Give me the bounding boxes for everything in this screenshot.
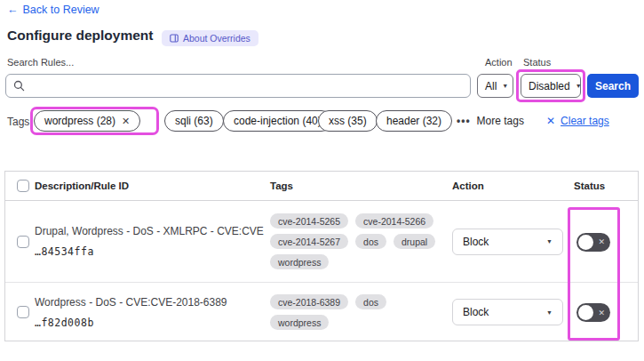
status-toggle-off[interactable]: ✕	[576, 233, 610, 252]
configure-deployment-page: ← Back to Review Configure deployment Ab…	[0, 0, 644, 361]
tag-filter-label: xss (35)	[329, 115, 367, 127]
more-tags-button[interactable]: ••• More tags	[457, 115, 524, 127]
action-filter-dropdown[interactable]: All ▼	[477, 74, 513, 98]
chevron-down-icon: ▼	[502, 83, 508, 89]
rule-id: …f82d008b	[35, 317, 264, 329]
description-cell: Wordpress - DoS - CVE:CVE-2018-6389 …f82…	[35, 283, 264, 341]
tag-filter-code-injection[interactable]: code-injection (40)	[223, 110, 332, 132]
rule-tag: wordpress	[270, 254, 329, 269]
remove-tag-icon[interactable]: ✕	[122, 116, 130, 127]
back-to-review-link[interactable]: ← Back to Review	[7, 4, 99, 16]
column-header-tags: Tags	[270, 180, 293, 191]
status-filter-value: Disabled	[529, 80, 570, 92]
action-select-dropdown[interactable]: Block ▼	[452, 229, 563, 255]
tag-filter-label: wordpress (28)	[44, 115, 115, 127]
action-filter-value: All	[485, 80, 497, 92]
clear-tags-label: Clear tags	[561, 115, 609, 127]
rule-tag: wordpress	[270, 315, 329, 330]
rule-tag: drupal	[394, 234, 435, 249]
rule-tag: cve-2014-5266	[355, 213, 433, 229]
tag-filter-label: sqli (63)	[175, 115, 213, 127]
rule-tag: cve-2018-6389	[270, 294, 348, 309]
search-rules-input[interactable]	[30, 80, 463, 92]
back-arrow-icon: ←	[7, 4, 19, 16]
table-row: Drupal, Wordpress - DoS - XMLRPC - CVE:C…	[5, 201, 638, 283]
toggle-x-icon: ✕	[598, 309, 605, 317]
status-filter-dropdown[interactable]: Disabled ▼	[521, 74, 581, 98]
tags-cell: cve-2018-6389 dos wordpress	[270, 283, 448, 341]
column-header-action: Action	[452, 180, 484, 191]
description-cell: Drupal, Wordpress - DoS - XMLRPC - CVE:C…	[35, 201, 264, 282]
column-header-status: Status	[574, 180, 605, 191]
clear-tags-x-icon: ✕	[546, 115, 555, 127]
status-filter-label: Status	[523, 57, 551, 68]
action-select-dropdown[interactable]: Block ▼	[452, 299, 563, 325]
toggle-knob	[578, 305, 593, 320]
rule-tag: dos	[355, 294, 386, 309]
clear-tags-button[interactable]: ✕ Clear tags	[546, 115, 609, 127]
rule-id: …84534ffa	[35, 245, 264, 258]
rules-table: Description/Rule ID Tags Action Status D…	[4, 171, 639, 341]
tags-cell: cve-2014-5265 cve-2014-5266 cve-2014-526…	[270, 201, 448, 282]
row-checkbox[interactable]	[17, 236, 29, 248]
chevron-down-icon: ▼	[576, 83, 582, 89]
tag-filter-wordpress[interactable]: wordpress (28) ✕	[34, 110, 140, 132]
tag-filter-xss[interactable]: xss (35)	[318, 110, 378, 132]
tag-filter-label: header (32)	[386, 115, 441, 127]
ellipsis-icon: •••	[457, 115, 471, 127]
rule-tag: cve-2014-5265	[270, 213, 348, 229]
chevron-down-icon: ▼	[546, 309, 553, 316]
rule-tag: dos	[355, 234, 386, 249]
about-overrides-badge[interactable]: About Overrides	[162, 30, 258, 46]
about-overrides-label: About Overrides	[183, 33, 250, 44]
action-select-value: Block	[463, 236, 489, 248]
status-toggle-off[interactable]: ✕	[576, 303, 610, 322]
select-all-checkbox[interactable]	[17, 180, 29, 192]
rule-description: Drupal, Wordpress - DoS - XMLRPC - CVE:C…	[35, 225, 264, 237]
search-icon	[13, 80, 25, 92]
tag-filter-sqli[interactable]: sqli (63)	[164, 110, 224, 132]
rule-tag: cve-2014-5267	[270, 234, 348, 249]
more-tags-label: More tags	[477, 115, 524, 127]
search-rules-label: Search Rules...	[7, 57, 74, 68]
action-filter-label: Action	[485, 57, 513, 68]
back-link-label: Back to Review	[23, 4, 99, 16]
page-title: Configure deployment	[7, 28, 153, 44]
search-button[interactable]: Search	[587, 74, 639, 98]
chevron-down-icon: ▼	[546, 238, 553, 245]
table-header-row: Description/Rule ID Tags Action Status	[5, 172, 638, 201]
toggle-x-icon: ✕	[598, 238, 605, 246]
tags-bar-label: Tags:	[7, 116, 33, 128]
tag-filter-label: code-injection (40)	[234, 115, 322, 127]
rule-description: Wordpress - DoS - CVE:CVE-2018-6389	[35, 296, 264, 309]
column-header-description: Description/Rule ID	[35, 180, 129, 191]
toggle-knob	[578, 235, 593, 250]
search-rules-box	[5, 74, 471, 98]
book-icon	[170, 34, 179, 43]
table-row: Wordpress - DoS - CVE:CVE-2018-6389 …f82…	[5, 283, 638, 341]
row-checkbox[interactable]	[17, 306, 29, 318]
action-select-value: Block	[463, 306, 489, 318]
tag-filter-header[interactable]: header (32)	[376, 110, 452, 132]
